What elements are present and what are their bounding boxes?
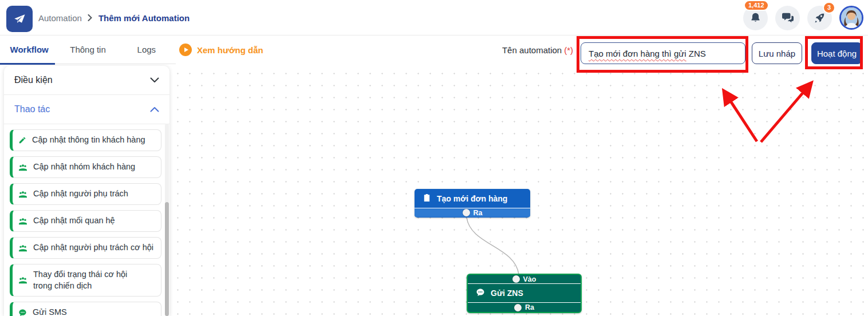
edge-trigger-to-action	[467, 218, 519, 274]
out-port-dot[interactable]	[463, 209, 470, 216]
out-port-dot[interactable]	[514, 304, 522, 311]
out-port-row: Ra	[468, 303, 581, 312]
paper-plane-icon	[13, 12, 26, 26]
node-trigger-create-order[interactable]: Tạo mới đơn hàng Ra	[415, 189, 530, 218]
label-text: Tên automation	[502, 45, 562, 55]
pencil-icon	[18, 136, 26, 144]
action-list: Cập nhật thông tin khách hàng Cập nhật n…	[4, 124, 169, 316]
whats-new-button[interactable]: 3	[807, 6, 832, 30]
play-icon	[179, 44, 192, 56]
order-icon	[423, 193, 431, 204]
view-guide-link[interactable]: Xem hướng dẫn	[179, 35, 263, 64]
automation-name-input[interactable]: Tạo mới đơn hàng thì gửi ZNS	[581, 42, 745, 64]
action-item-update-customer-group[interactable]: Cập nhật nhóm khách hàng	[10, 156, 161, 178]
chevron-down-icon	[150, 75, 159, 85]
tab-label: Thông tin	[70, 45, 106, 54]
section-dieu-kien[interactable]: Điều kiện	[4, 66, 169, 95]
out-port-label: Ra	[525, 303, 534, 311]
button-label: Lưu nháp	[759, 49, 795, 58]
guide-label: Xem hướng dẫn	[197, 45, 263, 55]
header-actions: 1,412 3	[743, 0, 863, 35]
input-value-misspelled: Tạo mới đơn hàng thì gửi	[589, 49, 686, 58]
tab-thong-tin[interactable]: Thông tin	[58, 35, 117, 64]
chevron-up-icon	[150, 104, 159, 114]
action-label: Cập nhật thông tin khách hàng	[32, 135, 145, 146]
in-port-label: Vào	[523, 275, 536, 283]
action-label: Gửi SMS	[33, 307, 67, 316]
user-avatar[interactable]	[839, 6, 863, 30]
automation-builder-page: Tạo mới đơn hàng Ra Vào Gửi ZNS Ra	[0, 0, 868, 316]
action-label: Cập nhật mối quan hệ	[33, 215, 115, 227]
breadcrumb-current: Thêm mới Automation	[98, 13, 190, 23]
save-draft-button[interactable]: Lưu nháp	[752, 42, 802, 64]
action-item-update-assignee[interactable]: Cập nhật người phụ trách	[10, 183, 161, 205]
action-label: Cập nhật người phụ trách	[33, 188, 128, 200]
palette-sidebar: Điều kiện Thao tác Cập nhật thông tin kh…	[4, 66, 169, 316]
node-action-send-zns[interactable]: Vào Gửi ZNS Ra	[467, 274, 582, 313]
chevron-right-icon	[88, 14, 93, 21]
top-header: Automation Thêm mới Automation 1,412	[0, 0, 868, 35]
button-label: Hoạt động	[817, 49, 857, 58]
sidebar-scrollbar-thumb[interactable]	[165, 202, 169, 316]
notifications-button[interactable]: 1,412	[743, 6, 768, 30]
out-port-label: Ra	[474, 209, 483, 217]
tab-bar: Workflow Thông tin Logs	[0, 35, 176, 64]
notification-badge: 1,412	[744, 0, 769, 11]
tab-logs[interactable]: Logs	[117, 35, 176, 64]
rocket-icon	[814, 12, 826, 24]
activate-button[interactable]: Hoạt động	[811, 42, 862, 64]
section-thao-tac[interactable]: Thao tác	[4, 95, 169, 124]
input-value-tail: ZNS	[686, 49, 706, 58]
group-icon	[18, 276, 27, 284]
in-port-row: Vào	[468, 275, 581, 284]
action-item-update-opportunity-assignee[interactable]: Cập nhật người phụ trách cơ hội	[10, 237, 161, 259]
tab-workflow[interactable]: Workflow	[0, 35, 58, 64]
in-port-dot[interactable]	[512, 275, 520, 283]
action-label: Cập nhật nhóm khách hàng	[33, 161, 135, 173]
automation-name-label: Tên automation (*)	[502, 35, 573, 64]
avatar-image	[841, 7, 862, 28]
group-icon	[18, 164, 27, 171]
whats-new-badge: 3	[823, 2, 835, 14]
group-icon	[18, 244, 27, 252]
action-label: Thay đổi trạng thái cơ hội trong chiến d…	[33, 269, 148, 291]
node-label: Tạo mới đơn hàng	[437, 194, 507, 203]
sms-icon	[18, 309, 27, 316]
required-marker: (*)	[564, 45, 573, 55]
messages-button[interactable]	[775, 6, 800, 30]
bell-icon	[749, 11, 762, 24]
section-label: Điều kiện	[14, 75, 53, 85]
tab-label: Workflow	[10, 45, 49, 54]
action-item-update-customer-info[interactable]: Cập nhật thông tin khách hàng	[10, 129, 161, 151]
action-item-change-opportunity-status[interactable]: Thay đổi trạng thái cơ hội trong chiến d…	[10, 264, 161, 297]
node-label: Gửi ZNS	[491, 289, 523, 298]
breadcrumb: Automation Thêm mới Automation	[38, 0, 190, 35]
chat-icon	[476, 288, 485, 299]
workflow-toolbar: Workflow Thông tin Logs Xem hướng dẫn Tê…	[0, 35, 868, 64]
breadcrumb-parent[interactable]: Automation	[38, 13, 82, 23]
action-item-send-sms[interactable]: Gửi SMS	[10, 302, 161, 316]
action-item-update-relationship[interactable]: Cập nhật mối quan hệ	[10, 210, 161, 232]
section-label: Thao tác	[14, 104, 50, 114]
out-port-row: Ra	[415, 208, 530, 217]
app-logo[interactable]	[6, 6, 33, 32]
chat-bubbles-icon	[782, 12, 794, 23]
group-icon	[18, 218, 27, 225]
tab-label: Logs	[137, 45, 156, 54]
action-label: Cập nhật người phụ trách cơ hội	[33, 242, 153, 254]
group-icon	[18, 191, 27, 198]
